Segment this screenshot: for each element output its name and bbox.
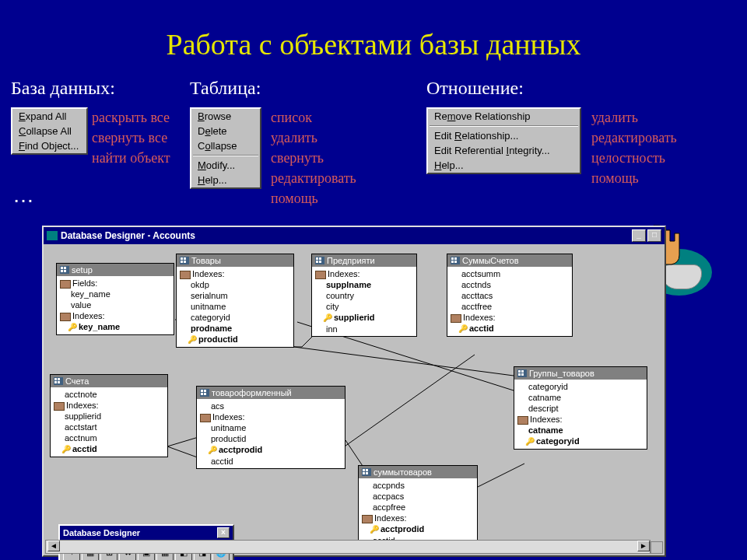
designer-canvas[interactable]: setup Fields: key_name value Indexes: 🔑k… — [47, 246, 665, 555]
rel-context-menu: Remove Relationship Edit Relationship...… — [426, 107, 581, 174]
database-designer-window: Database Designer - Accounts _ □ setup F… — [42, 226, 666, 557]
table-title: СуммыСчетов — [462, 256, 519, 265]
scroll-left-button[interactable]: ◄ — [47, 541, 60, 551]
menu-item-remove-rel[interactable]: Remove Relationship — [428, 109, 580, 124]
palette-close-button[interactable]: × — [217, 527, 230, 538]
table-context-menu: Browse Delete Collapse Modify... Help... — [190, 107, 261, 189]
menu-item-find-object[interactable]: Find Object... — [12, 138, 86, 153]
horizontal-scrollbar[interactable]: ◄ ► — [45, 540, 651, 554]
menu-item-rel-help[interactable]: Help... — [428, 158, 580, 173]
table-icon — [180, 257, 189, 264]
menu-separator — [430, 125, 578, 127]
palette-title-text: Database Designer — [63, 528, 140, 537]
menu-item-edit-integrity[interactable]: Edit Referential Integrity... — [428, 143, 580, 158]
menu-item-collapse[interactable]: Collapse — [191, 138, 260, 153]
maximize-button[interactable]: □ — [647, 229, 661, 242]
section-rel-label: Отношение: — [426, 78, 524, 99]
table-tovaroformlennyy[interactable]: товароформленный acs Indexes: unitname p… — [196, 386, 345, 469]
menu-item-edit-rel[interactable]: Edit Relationship... — [428, 128, 580, 143]
menu-item-browse[interactable]: Browse — [191, 109, 260, 124]
minimize-button[interactable]: _ — [632, 229, 646, 242]
table-predpriyati[interactable]: Предприяти Indexes: supplname country ci… — [311, 254, 417, 337]
table-icon — [60, 266, 69, 274]
db-context-menu: EExpand Allxpand All Collapse All Find O… — [11, 107, 88, 155]
ru-rel-labels: удалитьредактироватьцелостностьпомощь — [591, 107, 677, 188]
table-title: Товары — [191, 256, 221, 265]
table-title: Предприяти — [327, 256, 375, 265]
table-setup[interactable]: setup Fields: key_name value Indexes: 🔑k… — [56, 263, 174, 335]
slide-title: Работа с объектами базы данных — [0, 0, 747, 61]
table-summy-tovarov[interactable]: суммытоваров accpnds accpacs accpfree In… — [358, 465, 478, 548]
menu-item-collapse-all[interactable]: Collapse All — [12, 124, 86, 138]
table-tovary[interactable]: Товары Indexes: okdp serialnum unitname … — [176, 254, 294, 348]
section-table-label: Таблица: — [190, 78, 261, 99]
table-scheta[interactable]: Счета acctnote Indexes: supplierid accts… — [50, 374, 168, 457]
key-icon: 🔑 — [68, 323, 77, 331]
designer-titlebar[interactable]: Database Designer - Accounts _ □ — [44, 227, 665, 244]
ru-table-labels: списокудалитьсвернутьредактироватьпомощь — [271, 107, 356, 208]
table-summy-schetov[interactable]: СуммыСчетов acctsumm acctnds accttacs ac… — [447, 254, 573, 337]
table-title: товароформленный — [212, 388, 292, 397]
ellipsis-label: … — [12, 183, 34, 208]
scroll-right-button[interactable]: ► — [637, 541, 650, 551]
table-title: Счета — [65, 376, 89, 386]
designer-title-text: Database Designer - Accounts — [61, 230, 630, 241]
table-title: setup — [72, 265, 93, 275]
section-db-label: База данных: — [11, 78, 115, 99]
menu-item-expand-all[interactable]: EExpand Allxpand All — [12, 109, 86, 124]
indexes-icon — [60, 313, 71, 321]
table-gruppy-tovarov[interactable]: Группы_товаров categoryid catname descri… — [514, 366, 647, 450]
menu-separator — [193, 155, 258, 156]
menu-item-help[interactable]: Help... — [191, 173, 260, 187]
table-title: суммытоваров — [374, 467, 432, 477]
resize-grip[interactable] — [651, 541, 663, 554]
menu-item-modify[interactable]: Modify... — [191, 158, 260, 173]
app-icon — [47, 231, 58, 240]
table-title: Группы_товаров — [529, 369, 594, 378]
menu-item-delete[interactable]: Delete — [191, 124, 260, 138]
ru-db-labels: раскрыть всесвернуть всенайти объект — [92, 107, 170, 168]
fields-icon — [60, 280, 71, 289]
